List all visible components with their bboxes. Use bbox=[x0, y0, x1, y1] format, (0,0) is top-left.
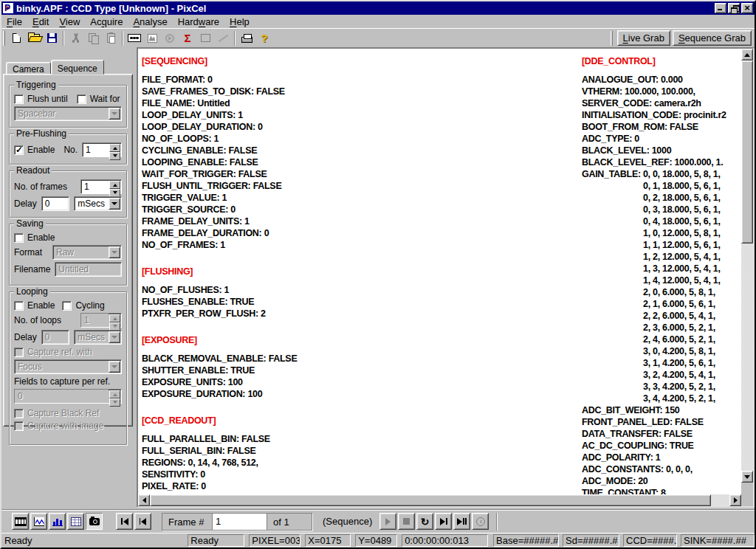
looping-delay-units-value: mSecs bbox=[75, 331, 108, 344]
config-line: ANALOGUE_OUT: 0.000 bbox=[582, 74, 726, 86]
grab-buttons: Live Grab Sequence Grab bbox=[609, 29, 755, 48]
new-document-button[interactable] bbox=[7, 30, 25, 46]
histogram-icon bbox=[148, 34, 157, 43]
scroll-right-icon[interactable] bbox=[729, 494, 741, 506]
scroll-up-icon[interactable] bbox=[741, 49, 753, 61]
config-line: 3, 2, 4.200, 5, 4, 1, bbox=[582, 369, 726, 381]
horizontal-scroll-thumb[interactable] bbox=[150, 494, 711, 506]
save-file-button[interactable] bbox=[43, 30, 61, 46]
parameter-view: [SEQUENCING]FILE_FORMAT: 0SAVE_FRAMES_TO… bbox=[138, 49, 741, 494]
close-button[interactable] bbox=[741, 3, 753, 13]
wait-for-checkbox[interactable] bbox=[77, 94, 86, 104]
sidebar-tabs: CameraSequence bbox=[6, 61, 104, 75]
flush-until-checkbox[interactable] bbox=[14, 94, 24, 104]
pre-flush-enable-checkbox[interactable] bbox=[14, 145, 24, 155]
vertical-scroll-thumb[interactable] bbox=[741, 61, 753, 244]
loops-spinner: 1 bbox=[80, 313, 122, 328]
config-line: TIME_CONSTANT: 8 bbox=[582, 487, 726, 494]
status-sink-value: SINK=####.## bbox=[681, 534, 755, 547]
bar-chart-button[interactable] bbox=[49, 513, 66, 530]
minimize-button[interactable] bbox=[715, 3, 726, 13]
readout-legend: Readout bbox=[14, 165, 52, 176]
config-line: SAVE_FRAMES_TO_DISK: FALSE bbox=[142, 86, 297, 97]
spin-up-icon[interactable] bbox=[109, 181, 120, 189]
film-sequence-button[interactable] bbox=[12, 513, 29, 530]
horizontal-scrollbar[interactable] bbox=[138, 494, 741, 506]
live-grab-button[interactable]: Live Grab bbox=[617, 30, 670, 46]
frames-button[interactable] bbox=[126, 30, 143, 46]
menu-help[interactable]: Help bbox=[224, 15, 255, 28]
triggering-legend: Triggering bbox=[14, 80, 58, 90]
frames-spinner[interactable]: 1 bbox=[80, 179, 122, 194]
pre-flushing-legend: Pre-Flushing bbox=[14, 128, 69, 139]
tab-sequence[interactable]: Sequence bbox=[51, 60, 104, 75]
capture-black-ref-checkbox bbox=[14, 409, 24, 418]
camera-button[interactable] bbox=[86, 513, 103, 530]
looping-delay-units-select: mSecs bbox=[74, 330, 122, 345]
restore-button[interactable] bbox=[728, 3, 740, 13]
frame-number-input[interactable] bbox=[213, 514, 267, 530]
play-to-end-button[interactable] bbox=[453, 513, 470, 530]
sequence-grab-button[interactable]: Sequence Grab bbox=[673, 30, 752, 46]
pre-flush-count-spinner[interactable]: 1 bbox=[82, 142, 122, 157]
step-back-button[interactable] bbox=[134, 513, 151, 530]
camera-icon bbox=[89, 518, 100, 525]
config-line: PIXEL_RATE: 0 bbox=[142, 480, 297, 492]
open-file-button[interactable] bbox=[25, 30, 43, 46]
spin-down-icon[interactable] bbox=[109, 152, 120, 160]
frames-label: No. of frames bbox=[14, 182, 67, 192]
config-section: [SEQUENCING]FILE_FORMAT: 0SAVE_FRAMES_TO… bbox=[142, 55, 297, 251]
loop-button[interactable]: ↻ bbox=[416, 513, 433, 530]
tab-camera[interactable]: Camera bbox=[6, 62, 51, 75]
status-bar: Ready Ready PIXEL=00319 X=0175 Y=0489 0:… bbox=[1, 533, 755, 548]
cycling-checkbox[interactable] bbox=[62, 301, 72, 311]
app-icon[interactable] bbox=[3, 3, 13, 13]
menu-bar: FileEditViewAcquireAnalyseHardwareHelp bbox=[1, 15, 755, 28]
help-button[interactable]: ? bbox=[255, 30, 273, 46]
looping-enable-label: Enable bbox=[27, 300, 55, 311]
toolbar-grip[interactable] bbox=[611, 31, 613, 46]
menu-edit[interactable]: Edit bbox=[27, 15, 54, 28]
menu-file[interactable]: File bbox=[1, 15, 27, 28]
config-line: INITIALISATION_CODE: procinit.r2 bbox=[582, 109, 726, 121]
toolbar-grip[interactable] bbox=[3, 31, 5, 46]
config-line: DATA_TRANSFER: FALSE bbox=[582, 428, 726, 440]
looping-group: Looping Enable Cycling No. of loops 1 De… bbox=[9, 291, 127, 445]
capture-ref-value: Focus bbox=[15, 360, 108, 373]
print-button[interactable] bbox=[238, 30, 255, 46]
dropdown-icon[interactable] bbox=[109, 198, 120, 210]
menu-acquire[interactable]: Acquire bbox=[85, 15, 128, 28]
main-toolbar: Σ? Live Grab Sequence Grab bbox=[1, 28, 755, 47]
menu-analyse[interactable]: Analyse bbox=[128, 15, 172, 28]
readout-delay-units-select[interactable]: mSecs bbox=[74, 196, 122, 211]
skip-to-start-icon bbox=[121, 518, 128, 525]
looping-enable-checkbox[interactable] bbox=[14, 301, 24, 311]
data-grid-button[interactable] bbox=[67, 513, 84, 530]
scrollbar-corner bbox=[741, 494, 753, 506]
status-x-coordinate: X=0175 bbox=[305, 534, 351, 547]
menu-hardware[interactable]: Hardware bbox=[173, 15, 224, 28]
menu-view[interactable]: View bbox=[54, 15, 85, 28]
line-plot-button[interactable] bbox=[30, 513, 47, 530]
scroll-down-icon[interactable] bbox=[741, 471, 753, 483]
config-line: 1, 3, 12.000, 5, 4, 1, bbox=[582, 263, 726, 274]
config-line: BLACK_LEVEL: 1000 bbox=[582, 145, 726, 156]
sum-sigma-button[interactable]: Σ bbox=[179, 30, 196, 46]
skip-to-start-button[interactable] bbox=[116, 513, 133, 530]
help-icon: ? bbox=[261, 32, 267, 44]
acquire-camera-button bbox=[161, 30, 179, 46]
vertical-scrollbar[interactable] bbox=[741, 49, 753, 494]
config-line: REGIONS: 0, 14, 4, 768, 512, bbox=[142, 457, 297, 469]
config-line: TRIGGER_VALUE: 1 bbox=[142, 192, 297, 204]
step-forward-button[interactable] bbox=[435, 513, 452, 530]
pre-flush-enable-label: Enable bbox=[27, 145, 55, 155]
spin-up-icon[interactable] bbox=[109, 144, 120, 152]
config-line: SHUTTER_ENABLE: TRUE bbox=[142, 365, 297, 376]
step-back-icon bbox=[140, 518, 146, 525]
frame-number-box: Frame # of 1 bbox=[162, 513, 312, 531]
play-icon bbox=[385, 518, 391, 525]
format-value: Raw bbox=[53, 246, 108, 259]
readout-delay-field[interactable]: 0 bbox=[41, 196, 70, 211]
scroll-left-icon[interactable] bbox=[138, 494, 150, 506]
saving-enable-checkbox[interactable] bbox=[14, 233, 24, 243]
